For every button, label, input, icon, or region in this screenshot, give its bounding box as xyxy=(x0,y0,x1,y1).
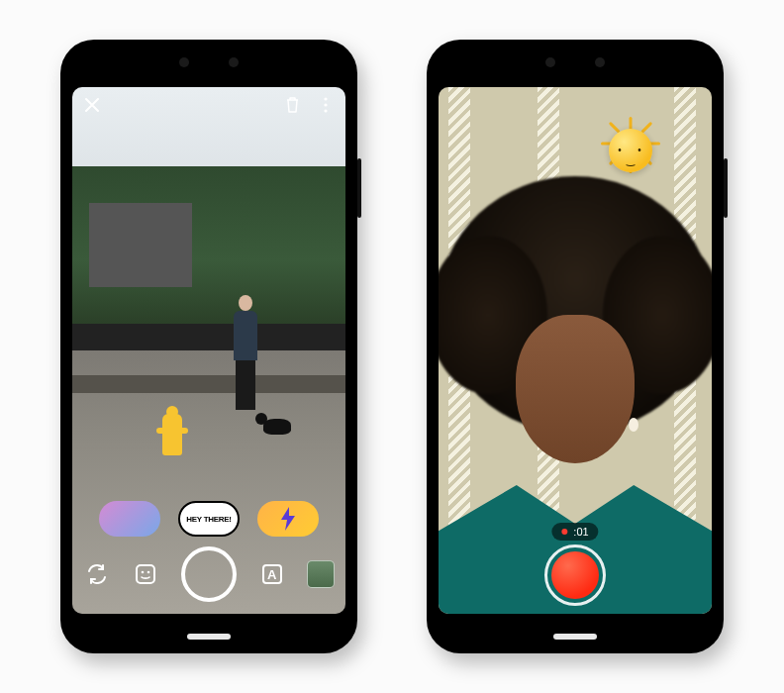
scene-person xyxy=(231,295,260,414)
sensor-bar xyxy=(427,57,724,67)
text-tool-label: A xyxy=(267,567,276,582)
svg-point-1 xyxy=(324,103,327,106)
nav-home-pill[interactable] xyxy=(553,634,597,640)
lightning-sticker[interactable] xyxy=(257,501,319,537)
sticker-label: HEY THERE! xyxy=(186,515,231,524)
scene-face xyxy=(516,315,635,463)
shutter-button[interactable] xyxy=(181,546,237,602)
close-icon[interactable] xyxy=(82,95,102,115)
switch-camera-icon[interactable] xyxy=(83,560,111,588)
nav-home-pill[interactable] xyxy=(187,634,231,640)
svg-point-0 xyxy=(324,97,327,100)
sun-sticker[interactable]: • • ‿ xyxy=(597,117,664,184)
phone-right: • • ‿ :01 xyxy=(427,40,724,653)
sun-smile: ‿ xyxy=(597,154,664,165)
sensor-dot xyxy=(595,57,605,67)
camera-bottom-bar: A xyxy=(72,546,345,602)
text-tool-button[interactable]: A xyxy=(258,560,286,588)
gallery-thumbnail[interactable] xyxy=(307,560,335,588)
speech-bubble-sticker[interactable]: HEY THERE! xyxy=(178,501,240,537)
record-button[interactable] xyxy=(544,544,606,606)
svg-rect-3 xyxy=(137,565,154,583)
svg-point-5 xyxy=(147,571,150,574)
sensor-dot xyxy=(545,57,555,67)
more-icon[interactable] xyxy=(316,95,336,115)
svg-point-4 xyxy=(142,571,145,574)
sticker-carousel[interactable]: HEY THERE! xyxy=(72,501,345,537)
character-sticker[interactable] xyxy=(99,501,160,537)
recording-badge: :01 xyxy=(551,523,598,541)
scene-dog xyxy=(263,419,291,435)
screen-left: HEY THERE! A xyxy=(72,87,345,614)
sensor-dot xyxy=(229,57,239,67)
recording-elapsed: :01 xyxy=(573,526,588,538)
svg-point-2 xyxy=(324,109,327,112)
sticker-picker-icon[interactable] xyxy=(132,560,159,588)
scene-earring xyxy=(629,418,638,432)
editor-top-bar xyxy=(82,95,336,115)
sensor-dot xyxy=(179,57,189,67)
sensor-bar xyxy=(60,57,357,67)
scene-fire-hydrant xyxy=(159,414,185,455)
trash-icon[interactable] xyxy=(282,95,302,115)
record-button-inner xyxy=(551,551,599,599)
recording-dot-icon xyxy=(561,529,567,535)
scene-curb xyxy=(72,375,345,393)
scene-building xyxy=(89,203,193,287)
phone-left: HEY THERE! A xyxy=(60,40,357,653)
screen-right: • • ‿ :01 xyxy=(439,87,712,614)
